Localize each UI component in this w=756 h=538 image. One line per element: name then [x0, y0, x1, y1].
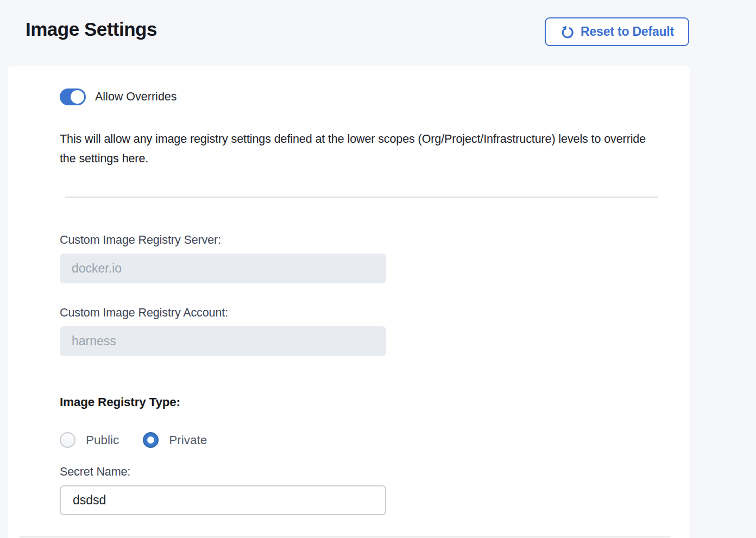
- radio-unselected-icon[interactable]: [60, 432, 75, 448]
- bottom-edge-divider: [20, 536, 670, 537]
- registry-account-label: Custom Image Registry Account:: [60, 306, 690, 320]
- secret-name-label: Secret Name:: [60, 465, 690, 479]
- page-title: Image Settings: [26, 18, 157, 40]
- reset-icon: [560, 24, 575, 39]
- toggle-knob-icon: [71, 90, 84, 104]
- radio-option-public[interactable]: Public: [60, 432, 119, 448]
- registry-account-input[interactable]: [60, 326, 386, 356]
- image-settings-panel: Allow Overrides This will allow any imag…: [8, 66, 690, 538]
- allow-overrides-row: Allow Overrides: [60, 88, 690, 105]
- secret-name-input[interactable]: [60, 485, 386, 515]
- reset-to-default-button[interactable]: Reset to Default: [545, 17, 689, 46]
- radio-public-label: Public: [86, 433, 119, 447]
- radio-option-private[interactable]: Private: [143, 432, 207, 448]
- overrides-description: This will allow any image registry setti…: [60, 129, 664, 168]
- allow-overrides-toggle[interactable]: [60, 88, 86, 105]
- section-divider: [65, 197, 658, 198]
- registry-type-radio-group: Public Private: [60, 432, 690, 448]
- allow-overrides-label: Allow Overrides: [95, 90, 177, 104]
- radio-private-label: Private: [169, 433, 207, 447]
- registry-server-input[interactable]: [60, 254, 386, 283]
- registry-type-label: Image Registry Type:: [60, 395, 690, 409]
- registry-server-label: Custom Image Registry Server:: [60, 233, 690, 247]
- reset-button-label: Reset to Default: [581, 24, 674, 39]
- radio-selected-icon[interactable]: [143, 432, 159, 448]
